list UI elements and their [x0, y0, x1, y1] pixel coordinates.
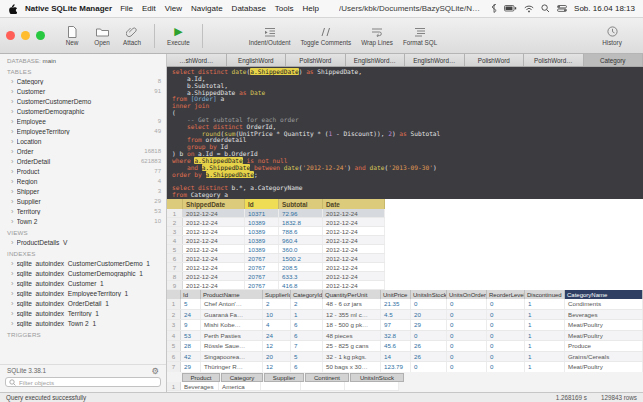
cell[interactable]: 2012-12-24	[183, 263, 245, 271]
cell[interactable]: 360.0	[279, 245, 323, 253]
menubar-clock[interactable]: Sob. 16.04 18:13	[574, 4, 635, 13]
column-header-supplier[interactable]: Supplier	[264, 373, 304, 382]
cell[interactable]: 2012-12-24	[323, 245, 385, 253]
cell[interactable]: 20	[411, 310, 447, 320]
cell[interactable]: 0	[487, 341, 525, 351]
sidebar-item-sqlite_autoindex_customer_1[interactable]: ›sqlite_autoindex_Customer_1	[0, 278, 166, 288]
column-header-id[interactable]: Id	[181, 290, 201, 299]
indent-outdent-button[interactable]: Indent/Outdent	[244, 19, 296, 52]
table-row[interactable]: 32012-12-2410389788.62012-12-24	[167, 227, 385, 236]
cell[interactable]: 633.3	[279, 272, 323, 280]
cell[interactable]: 1	[525, 320, 565, 330]
table-row[interactable]: 224Guaraná Fa…10112 - 355 ml c…4.520001B…	[167, 310, 643, 321]
cell[interactable]: 2012-12-24	[323, 272, 385, 280]
sidebar-item-customerdemographic[interactable]: ›CustomerDemographic	[0, 106, 166, 116]
tab-2[interactable]: EnglishWord	[227, 54, 287, 66]
cell[interactable]: 960.4	[279, 236, 323, 244]
control-center-icon[interactable]	[557, 5, 567, 12]
table-row[interactable]: 39Mishi Kobe…4618 - 500 g pk…9729001Meat…	[167, 320, 643, 331]
sidebar-item-region[interactable]: ›Region4	[0, 176, 166, 186]
cell[interactable]: 2012-12-24	[323, 254, 385, 262]
cell[interactable]: 1	[525, 310, 565, 320]
sidebar-item-category[interactable]: ›Category8	[0, 76, 166, 86]
cell[interactable]: 32 - 1 kg pkgs.	[323, 352, 381, 362]
column-header-unitsonorder[interactable]: UnitsOnOrder	[447, 290, 487, 299]
cell[interactable]: Condiments	[565, 299, 643, 309]
column-header-quantityperunit[interactable]: QuantityPerUnit	[323, 290, 381, 299]
sidebar-item-productdetails_v[interactable]: ›ProductDetails_V	[0, 237, 166, 247]
cell[interactable]: 9	[181, 320, 201, 330]
cell[interactable]: 29	[411, 320, 447, 330]
cell[interactable]: 20767	[245, 272, 279, 280]
cell[interactable]: Guaraná Fa…	[201, 310, 263, 320]
cell[interactable]: 12	[263, 341, 291, 351]
sidebar-item-sqlite_autoindex_customerdemographic_1[interactable]: ›sqlite_autoindex_CustomerDemographic_1	[0, 268, 166, 278]
cell[interactable]: 0	[447, 299, 487, 309]
column-header-unitprice[interactable]: UnitPrice	[381, 290, 411, 299]
cell[interactable]: 0	[447, 320, 487, 330]
cell[interactable]: 1	[525, 341, 565, 351]
cell[interactable]: 1	[291, 310, 323, 320]
cell[interactable]: 0	[447, 352, 487, 362]
cell[interactable]: Singapoorea…	[201, 352, 263, 362]
menu-file[interactable]: File	[120, 4, 133, 13]
wrap-lines-button[interactable]: Wrap Lines	[356, 19, 398, 52]
cell[interactable]: 42	[181, 352, 201, 362]
cell[interactable]: 0	[447, 310, 487, 320]
sidebar-item-orderdetail[interactable]: ›OrderDetail621883	[0, 156, 166, 166]
cell[interactable]: 6	[291, 331, 323, 341]
sidebar-item-location[interactable]: ›Location	[0, 136, 166, 146]
wifi-icon[interactable]	[524, 5, 534, 13]
sidebar-item-supplier[interactable]: ›Supplier29	[0, 196, 166, 206]
cell[interactable]: 32.8	[381, 331, 411, 341]
cell[interactable]: 2012-12-24	[323, 281, 385, 289]
cell[interactable]: 416.8	[279, 281, 323, 289]
column-header-unitsinstock[interactable]: UnitsInStock	[350, 373, 404, 382]
sidebar-item-shipper[interactable]: ›Shipper3	[0, 186, 166, 196]
sidebar-item-employeeterritory[interactable]: ›EmployeeTerritory49	[0, 126, 166, 136]
table-row[interactable]: 453Perth Pasties24648 pieces32.80001Meat…	[167, 331, 643, 342]
cell[interactable]: 20767	[245, 281, 279, 289]
filter-objects-input[interactable]	[19, 379, 157, 386]
cell[interactable]: 0	[411, 331, 447, 341]
cell[interactable]: 2012-12-24	[183, 218, 245, 226]
column-header-categoryname[interactable]: CategoryName	[565, 290, 643, 299]
search-icon[interactable]	[541, 4, 550, 13]
tab-3[interactable]: PolishWord	[286, 54, 346, 66]
cell[interactable]: 1832.8	[279, 218, 323, 226]
column-header-category[interactable]: Category	[221, 373, 263, 382]
cell[interactable]: 2012-12-24	[183, 227, 245, 235]
column-header-unitsinstock[interactable]: UnitsInStock	[411, 290, 447, 299]
attach-button[interactable]: Attach	[117, 19, 147, 52]
tab-6[interactable]: PolishWord	[465, 54, 525, 66]
cell[interactable]: Beverages	[565, 310, 643, 320]
cell[interactable]: 2012-12-24	[323, 209, 385, 217]
cell[interactable]: 1	[525, 299, 565, 309]
toggle-comments-button[interactable]: Toggle Comments	[295, 19, 356, 52]
column-header-discontinued[interactable]: Discontinued	[525, 290, 565, 299]
filter-objects-box[interactable]	[5, 377, 161, 387]
cell[interactable]: 20767	[245, 263, 279, 271]
tab-5[interactable]: EnglishWord…	[405, 54, 465, 66]
cell[interactable]: 1	[525, 331, 565, 341]
cell[interactable]: 29	[181, 362, 201, 372]
apple-menu[interactable]	[8, 3, 17, 14]
table-row[interactable]: 92012-12-2420767416.82012-12-24	[167, 281, 385, 290]
open-button[interactable]: Open	[87, 19, 117, 52]
table-row[interactable]: 42012-12-2410389960.42012-12-24	[167, 236, 385, 245]
cell[interactable]: 97	[381, 320, 411, 330]
sidebar-item-sqlite_autoindex_town-2_1[interactable]: ›sqlite_autoindex_Town 2_1	[0, 318, 166, 328]
cell[interactable]: 53	[181, 331, 201, 341]
cell[interactable]: 26	[411, 341, 447, 351]
execute-button[interactable]: ▶ Execute	[162, 19, 195, 52]
cell[interactable]: Chef Anton'…	[201, 299, 263, 309]
table-row[interactable]: 12012-12-241037172.962012-12-24	[167, 209, 385, 218]
cell[interactable]: Meat/Poultry	[565, 331, 643, 341]
menu-navigate[interactable]: Navigate	[191, 4, 223, 13]
cell[interactable]: 20	[263, 352, 291, 362]
cell[interactable]: 788.6	[279, 227, 323, 235]
cell[interactable]: 12	[263, 362, 291, 372]
menu-help[interactable]: Help	[303, 4, 319, 13]
table-row[interactable]: 82012-12-2420767633.32012-12-24	[167, 272, 385, 281]
table-row[interactable]: 62012-12-24207671500.22012-12-24	[167, 254, 385, 263]
